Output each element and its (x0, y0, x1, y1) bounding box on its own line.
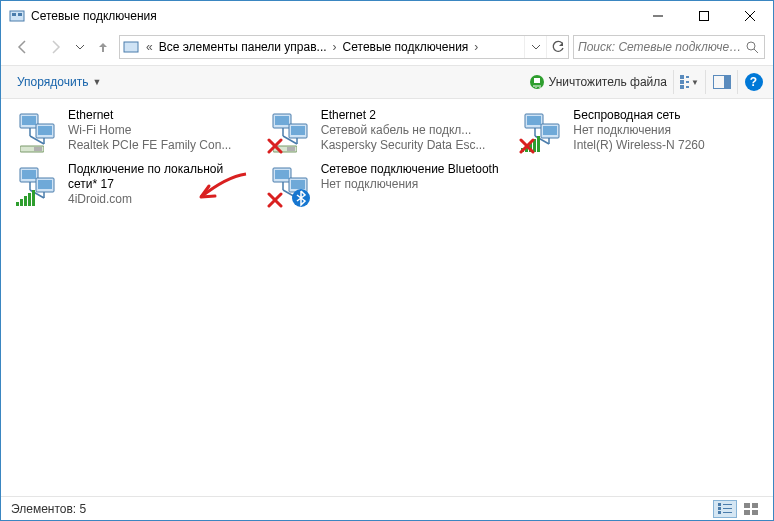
svg-rect-23 (724, 76, 730, 88)
svg-rect-18 (680, 80, 684, 84)
svg-rect-4 (700, 12, 709, 21)
help-button[interactable]: ? (737, 70, 763, 94)
shredder-label: Уничтожитель файла (549, 75, 667, 89)
svg-rect-11 (534, 78, 540, 83)
window-title: Сетевые подключения (31, 9, 635, 23)
view-large-button[interactable] (739, 500, 763, 518)
network-adapter-icon (267, 162, 313, 208)
svg-rect-74 (718, 511, 721, 514)
svg-rect-45 (527, 116, 541, 125)
svg-rect-56 (38, 180, 52, 189)
close-button[interactable] (727, 1, 773, 31)
svg-rect-27 (38, 126, 52, 135)
svg-rect-70 (718, 503, 721, 506)
window-icon (9, 8, 25, 24)
maximize-button[interactable] (681, 1, 727, 31)
address-dropdown[interactable] (524, 36, 546, 58)
file-shredder-button[interactable]: Уничтожитель файла (529, 74, 667, 90)
refresh-button[interactable] (546, 36, 568, 58)
breadcrumb-chevron-left[interactable]: « (142, 40, 157, 54)
address-bar[interactable]: « Все элементы панели управ... › Сетевые… (119, 35, 569, 59)
svg-rect-17 (686, 76, 689, 78)
network-adapter-icon (14, 162, 60, 208)
svg-rect-16 (680, 75, 684, 79)
connection-detail: Kaspersky Security Data Esc... (321, 138, 486, 153)
toolbar: Упорядочить ▼ Уничтожитель файла ▼ ? (1, 65, 773, 99)
svg-rect-79 (752, 510, 758, 515)
svg-rect-34 (275, 116, 289, 125)
up-button[interactable] (91, 35, 115, 59)
connection-status: Wi-Fi Home (68, 123, 231, 138)
address-row: « Все элементы панели управ... › Сетевые… (1, 31, 773, 65)
shredder-icon (529, 74, 545, 90)
status-bar: Элементов: 5 (1, 496, 773, 520)
connection-item[interactable]: Сетевое подключение Bluetooth Нет подклю… (264, 159, 509, 211)
content-area: Ethernet Wi-Fi Home Realtek PCIe FE Fami… (1, 99, 773, 496)
svg-rect-72 (718, 507, 721, 510)
svg-point-8 (747, 42, 755, 50)
svg-rect-47 (543, 126, 557, 135)
svg-rect-21 (686, 86, 689, 88)
svg-rect-1 (12, 13, 16, 16)
connection-name: Ethernet 2 (321, 108, 486, 123)
status-count: Элементов: 5 (11, 502, 86, 516)
window-buttons (635, 1, 773, 31)
breadcrumb-sep-1[interactable]: › (329, 40, 341, 54)
svg-rect-78 (744, 510, 750, 515)
titlebar: Сетевые подключения (1, 1, 773, 31)
svg-rect-41 (287, 147, 295, 151)
dropdown-icon: ▼ (92, 77, 101, 87)
connection-item[interactable]: Ethernet 2 Сетевой кабель не подкл... Ka… (264, 105, 509, 157)
svg-rect-36 (291, 126, 305, 135)
breadcrumb-2[interactable]: Сетевые подключения (341, 40, 471, 54)
svg-line-9 (754, 49, 758, 53)
back-button[interactable] (9, 35, 37, 59)
connection-name: Сетевое подключение Bluetooth (321, 162, 499, 177)
connection-item[interactable]: Ethernet Wi-Fi Home Realtek PCIe FE Fami… (11, 105, 256, 157)
svg-rect-25 (22, 116, 36, 125)
network-adapter-icon (267, 108, 313, 154)
organize-button[interactable]: Упорядочить ▼ (11, 72, 107, 92)
network-adapter-icon (519, 108, 565, 154)
connection-detail: Realtek PCIe FE Family Con... (68, 138, 231, 153)
preview-pane-button[interactable] (705, 70, 731, 94)
connection-name: Ethernet (68, 108, 231, 123)
svg-rect-75 (723, 512, 732, 513)
connection-status: Сетевой кабель не подкл... (321, 123, 486, 138)
connection-item[interactable]: Беспроводная сеть Нет подключения Intel(… (516, 105, 761, 157)
svg-rect-7 (124, 42, 138, 52)
connection-detail: Intel(R) Wireless-N 7260 (573, 138, 704, 153)
svg-rect-32 (34, 147, 42, 151)
svg-rect-77 (752, 503, 758, 508)
help-icon: ? (745, 73, 763, 91)
connection-item[interactable]: Подключение по локальной сети* 17 4iDroi… (11, 159, 256, 211)
search-placeholder: Поиск: Сетевые подключения (578, 40, 744, 54)
search-box[interactable]: Поиск: Сетевые подключения (573, 35, 765, 59)
view-details-button[interactable] (713, 500, 737, 518)
svg-rect-20 (680, 85, 684, 89)
address-icon (120, 39, 142, 55)
svg-rect-2 (18, 13, 22, 16)
svg-rect-76 (744, 503, 750, 508)
organize-label: Упорядочить (17, 75, 88, 89)
connection-status: Нет подключения (573, 123, 704, 138)
minimize-button[interactable] (635, 1, 681, 31)
svg-rect-19 (686, 81, 689, 83)
search-icon (744, 41, 760, 54)
forward-button[interactable] (41, 35, 69, 59)
connection-detail: 4iDroid.com (68, 192, 253, 207)
svg-rect-61 (275, 170, 289, 179)
svg-rect-73 (723, 508, 732, 509)
connection-detail: Нет подключения (321, 177, 499, 192)
breadcrumb-1[interactable]: Все элементы панели управ... (157, 40, 329, 54)
connection-name: Подключение по локальной сети* 17 (68, 162, 253, 192)
svg-rect-71 (723, 504, 732, 505)
history-dropdown[interactable] (73, 35, 87, 59)
network-adapter-icon (14, 108, 60, 154)
breadcrumb-sep-2[interactable]: › (470, 40, 482, 54)
connection-name: Беспроводная сеть (573, 108, 704, 123)
view-button[interactable]: ▼ (673, 70, 699, 94)
svg-rect-54 (22, 170, 36, 179)
